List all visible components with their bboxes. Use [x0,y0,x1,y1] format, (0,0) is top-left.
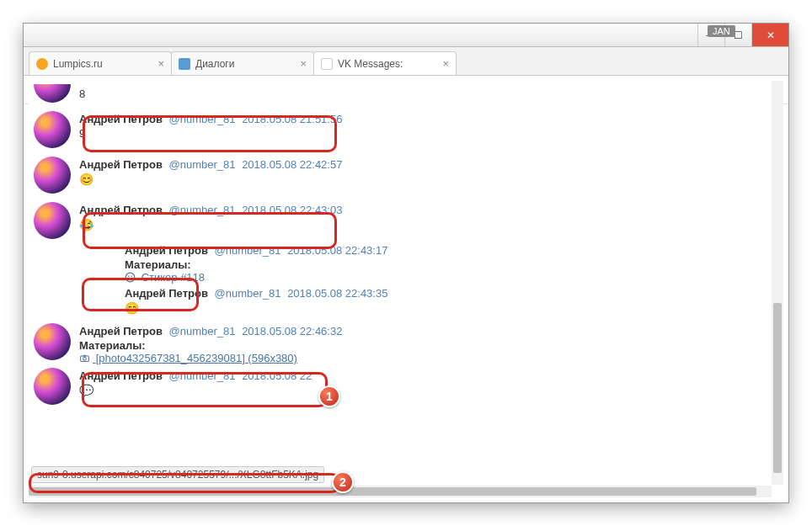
message-header: Андрей Петров @number_81 2018.05.08 22 [79,369,312,382]
camera-icon [79,353,90,364]
message-body: 💬 [79,384,312,397]
attachment-text: Стикер #118 [142,271,205,284]
vertical-scrollbar[interactable] [772,81,783,485]
message-body: 😂 [79,218,342,231]
tab-dialogs[interactable]: Диалоги × [171,51,314,75]
scrollbar-thumb[interactable] [29,487,756,496]
favicon-icon [179,58,190,70]
svg-point-0 [126,273,135,282]
svg-point-2 [131,275,132,277]
tab-close-icon[interactable]: × [158,57,164,70]
message-timestamp: 2018.05.08 22 [242,369,312,382]
sticker-icon [125,272,136,283]
message-timestamp: 2018.05.08 21:51:56 [242,113,342,125]
message-row: Андрей Петров @number_81 2018.05.08 22:4… [34,157,783,194]
photo-link[interactable]: [photo432567381_456239081] (596x380) [79,352,342,364]
message-row: Андрей Петров @number_81 2018.05.08 22:4… [34,323,783,364]
avatar[interactable] [34,202,71,239]
message-timestamp: 2018.05.08 22:46:32 [242,325,342,337]
message-row: Андрей Петров @number_81 2018.05.08 22:4… [34,242,783,284]
message-timestamp: 2018.05.08 22:43:35 [287,287,387,300]
message-header: Андрей Петров @number_81 2018.05.08 22:4… [79,325,342,337]
message-header: Андрей Петров @number_81 2018.05.08 21:5… [79,113,342,125]
author-handle[interactable]: @number_81 [169,325,236,337]
avatar[interactable] [34,111,71,148]
tab-lumpics[interactable]: Lumpics.ru × [29,51,172,75]
author-handle[interactable]: @number_81 [215,287,281,300]
author-name: Андрей Петров [79,369,163,382]
author-handle[interactable]: @number_81 [169,369,236,382]
jan-badge: JAN [708,25,735,37]
callout-badge-1: 1 [318,385,340,407]
tab-close-icon[interactable]: × [300,57,307,70]
svg-point-1 [128,275,130,277]
file-icon [321,58,333,70]
message-row: Андрей Петров @number_81 2018.05.08 22:4… [34,285,783,315]
author-handle[interactable]: @number_81 [169,113,236,125]
message-header: Андрей Петров @number_81 2018.05.08 22:4… [79,204,342,216]
sticker-link[interactable]: Стикер #118 [125,271,387,284]
status-bar-link: sun9-8.userapi.com/c840725/v840725579/..… [31,466,324,483]
author-name: Андрей Петров [79,325,163,337]
author-name: Андрей Петров [125,244,208,257]
svg-rect-5 [83,355,86,357]
message-body: 9 [79,127,342,140]
message-timestamp: 2018.05.08 22:43:03 [242,204,342,216]
message-row: Андрей Петров @number_81 2018.05.08 22:4… [34,202,783,239]
materials-label: Материалы: [125,258,387,271]
favicon-icon [36,58,48,70]
message-body: 😊 [125,301,387,315]
scrollbar-thumb[interactable] [773,303,782,473]
close-button[interactable]: ✕ [751,24,788,46]
author-name: Андрей Петров [79,113,163,125]
message-timestamp: 2018.05.08 22:43:17 [287,244,387,257]
message-header: Андрей Петров @number_81 2018.05.08 22:4… [79,158,342,171]
message-body: 8 [79,88,85,100]
message-row: Андрей Петров @number_81 2018.05.08 22 💬 [34,368,783,405]
avatar[interactable] [34,323,71,360]
tab-close-icon[interactable]: × [442,57,449,70]
tab-title: Диалоги [195,58,295,70]
tab-vk-messages[interactable]: VK Messages: × [313,51,457,75]
message-row: 8 [34,84,783,103]
message-timestamp: 2018.05.08 22:42:57 [242,158,342,171]
materials-label: Материалы: [79,339,342,352]
avatar[interactable] [34,157,71,194]
message-header: Андрей Петров @number_81 2018.05.08 22:4… [125,287,387,300]
page-viewport: 8 Андрей Петров @number_81 2018.05.08 21… [29,81,783,497]
message-header: Андрей Петров @number_81 2018.05.08 22:4… [125,244,387,257]
attachment-text: [photo432567381_456239081] (596x380) [96,352,297,364]
author-handle[interactable]: @number_81 [215,244,281,257]
avatar[interactable] [34,84,71,103]
author-name: Андрей Петров [79,158,163,171]
horizontal-scrollbar[interactable] [29,486,772,497]
window-titlebar: JAN — ☐ ✕ [24,24,788,47]
callout-badge-2: 2 [332,471,354,493]
tab-title: VK Messages: [338,58,437,70]
message-body: 😊 [79,173,342,186]
author-handle[interactable]: @number_81 [169,158,236,171]
svg-point-4 [83,357,87,360]
avatar[interactable] [34,368,71,405]
author-name: Андрей Петров [79,204,163,216]
tab-title: Lumpics.ru [53,58,152,70]
tab-strip: Lumpics.ru × Диалоги × VK Messages: × [24,47,788,76]
message-row: Андрей Петров @number_81 2018.05.08 21:5… [34,111,783,148]
author-name: Андрей Петров [125,287,208,300]
author-handle[interactable]: @number_81 [169,204,236,216]
